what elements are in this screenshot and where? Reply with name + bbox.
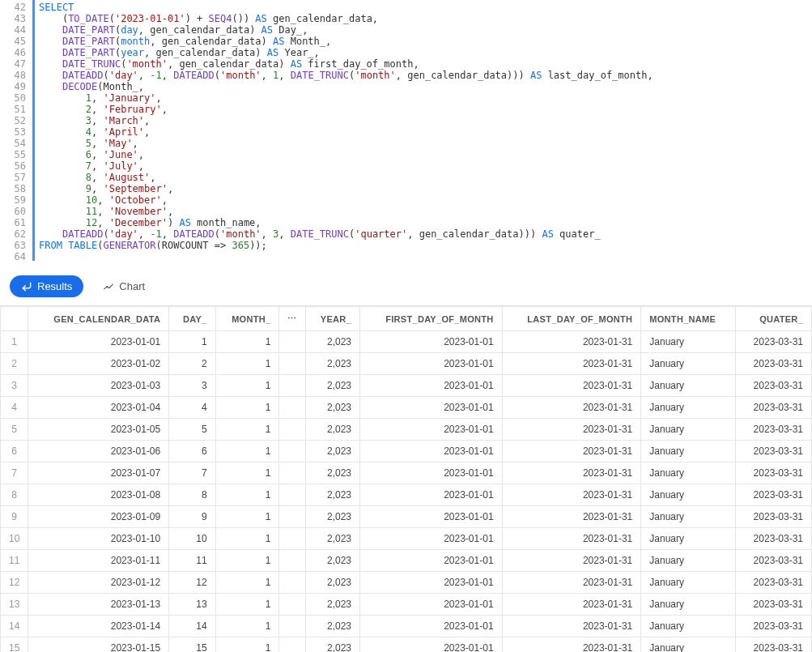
cell[interactable]: 6: [169, 441, 215, 462]
column-options-icon[interactable]: ⋯: [279, 307, 305, 331]
table-row[interactable]: 12023-01-01112,0232023-01-012023-01-31Ja…: [1, 331, 812, 353]
code-line[interactable]: 8, 'August',: [39, 172, 812, 183]
table-row[interactable]: 52023-01-05512,0232023-01-012023-01-31Ja…: [1, 419, 812, 441]
cell[interactable]: 12: [169, 572, 215, 594]
sql-editor[interactable]: 4243444546474849505152535455565758596061…: [0, 0, 812, 267]
cell[interactable]: 2023-01-04: [28, 397, 169, 419]
cell[interactable]: 2023-01-31: [502, 594, 641, 616]
cell[interactable]: 2023-03-31: [736, 484, 812, 506]
code-line[interactable]: 3, 'March',: [39, 115, 812, 126]
code-line[interactable]: 9, 'September',: [39, 183, 812, 194]
results-table[interactable]: GEN_CALENDAR_DATADAY_MONTH_⋯YEAR_FIRST_D…: [0, 306, 812, 652]
cell[interactable]: January: [641, 462, 736, 484]
cell[interactable]: 2023-01-31: [502, 506, 641, 528]
cell[interactable]: 2: [169, 353, 215, 375]
cell[interactable]: 8: [169, 484, 215, 506]
cell[interactable]: 2023-01-05: [28, 419, 169, 441]
cell[interactable]: 1: [215, 441, 279, 462]
cell[interactable]: 2023-01-31: [502, 353, 641, 375]
cell[interactable]: 1: [215, 637, 279, 653]
cell[interactable]: 2023-01-01: [360, 550, 503, 572]
cell[interactable]: 1: [215, 528, 279, 550]
cell[interactable]: 1: [215, 616, 279, 637]
cell[interactable]: 2023-01-01: [360, 484, 503, 506]
table-row[interactable]: 22023-01-02212,0232023-01-012023-01-31Ja…: [1, 353, 812, 375]
column-header[interactable]: YEAR_: [305, 307, 359, 331]
code-line[interactable]: 4, 'April',: [39, 126, 812, 138]
cell[interactable]: 2023-03-31: [736, 572, 812, 594]
cell[interactable]: 2023-01-31: [502, 572, 641, 594]
cell[interactable]: 2023-01-31: [502, 441, 641, 462]
cell[interactable]: January: [641, 594, 736, 616]
code-line[interactable]: DATEADD('day', -1, DATEADD('month', 1, D…: [39, 70, 812, 81]
cell[interactable]: 2023-01-01: [360, 506, 503, 528]
cell[interactable]: 2023-03-31: [736, 441, 812, 462]
code-line[interactable]: FROM TABLE(GENERATOR(ROWCOUNT => 365));: [39, 240, 812, 251]
table-row[interactable]: 92023-01-09912,0232023-01-012023-01-31Ja…: [1, 506, 812, 528]
code-line[interactable]: 1, 'January',: [39, 92, 812, 104]
cell[interactable]: 2023-01-06: [28, 441, 169, 462]
column-header[interactable]: MONTH_: [215, 307, 279, 331]
code-line[interactable]: 2, 'February',: [39, 104, 812, 115]
cell[interactable]: 2023-01-15: [28, 637, 169, 653]
table-row[interactable]: 132023-01-131312,0232023-01-012023-01-31…: [1, 594, 812, 616]
column-header[interactable]: FIRST_DAY_OF_MONTH: [360, 307, 503, 331]
results-tab[interactable]: Results: [10, 275, 83, 297]
cell[interactable]: 2,023: [305, 572, 359, 594]
cell[interactable]: 2023-03-31: [736, 616, 812, 637]
cell[interactable]: 2023-01-01: [360, 441, 503, 462]
cell[interactable]: 2023-01-01: [360, 616, 503, 637]
cell[interactable]: 2023-03-31: [736, 375, 812, 397]
cell[interactable]: 2023-03-31: [736, 462, 812, 484]
table-row[interactable]: 32023-01-03312,0232023-01-012023-01-31Ja…: [1, 375, 812, 397]
cell[interactable]: 2023-01-12: [28, 572, 169, 594]
cell[interactable]: 2023-01-10: [28, 528, 169, 550]
cell[interactable]: 11: [169, 550, 215, 572]
table-row[interactable]: 72023-01-07712,0232023-01-012023-01-31Ja…: [1, 462, 812, 484]
cell[interactable]: 2023-01-01: [360, 331, 503, 353]
cell[interactable]: 2023-03-31: [736, 528, 812, 550]
cell[interactable]: 2,023: [305, 441, 359, 462]
cell[interactable]: 1: [215, 331, 279, 353]
cell[interactable]: 2023-01-31: [502, 484, 641, 506]
code-line[interactable]: 12, 'December') AS month_name,: [39, 217, 812, 228]
cell[interactable]: 9: [169, 506, 215, 528]
cell[interactable]: 2023-01-09: [28, 506, 169, 528]
cell[interactable]: January: [641, 441, 736, 462]
cell[interactable]: 2023-01-31: [502, 550, 641, 572]
cell[interactable]: 1: [215, 484, 279, 506]
code-line[interactable]: DATE_PART(month, gen_calendar_data) AS M…: [39, 36, 812, 47]
cell[interactable]: 2023-01-31: [502, 419, 641, 441]
cell[interactable]: 2023-03-31: [736, 353, 812, 375]
cell[interactable]: 2,023: [305, 616, 359, 637]
table-row[interactable]: 152023-01-151512,0232023-01-012023-01-31…: [1, 637, 812, 653]
table-row[interactable]: 42023-01-04412,0232023-01-012023-01-31Ja…: [1, 397, 812, 419]
code-line[interactable]: DATEADD('day', -1, DATEADD('month', 3, D…: [39, 228, 812, 240]
cell[interactable]: 1: [169, 331, 215, 353]
cell[interactable]: 2023-03-31: [736, 397, 812, 419]
cell[interactable]: January: [641, 397, 736, 419]
cell[interactable]: 2023-01-01: [360, 637, 503, 653]
cell[interactable]: 2023-01-01: [360, 572, 503, 594]
cell[interactable]: January: [641, 484, 736, 506]
cell[interactable]: 1: [215, 419, 279, 441]
cell[interactable]: 1: [215, 353, 279, 375]
column-header[interactable]: QUATER_: [736, 307, 812, 331]
column-header[interactable]: DAY_: [169, 307, 215, 331]
cell[interactable]: 2023-01-01: [360, 594, 503, 616]
cell[interactable]: 2,023: [305, 331, 359, 353]
table-row[interactable]: 142023-01-141412,0232023-01-012023-01-31…: [1, 616, 812, 637]
cell[interactable]: 2023-01-01: [360, 353, 503, 375]
code-line[interactable]: (TO_DATE('2023-01-01') + SEQ4()) AS gen_…: [39, 13, 812, 24]
cell[interactable]: 1: [215, 594, 279, 616]
cell[interactable]: 4: [169, 397, 215, 419]
cell[interactable]: 1: [215, 506, 279, 528]
cell[interactable]: January: [641, 353, 736, 375]
cell[interactable]: 2,023: [305, 506, 359, 528]
code-line[interactable]: SELECT: [39, 2, 812, 13]
cell[interactable]: 2023-01-03: [28, 375, 169, 397]
cell[interactable]: 3: [169, 375, 215, 397]
column-header[interactable]: MONTH_NAME: [641, 307, 736, 331]
cell[interactable]: 2023-01-31: [502, 462, 641, 484]
cell[interactable]: 2,023: [305, 397, 359, 419]
